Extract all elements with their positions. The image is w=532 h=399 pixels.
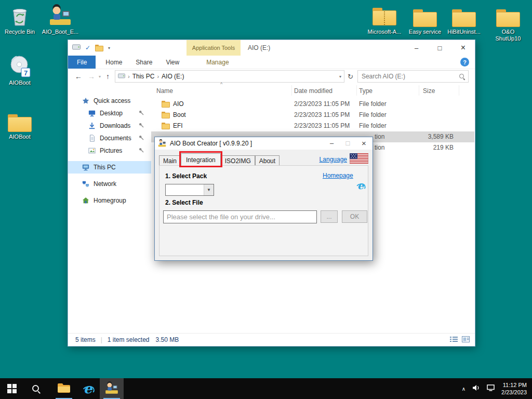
- folder-icon: [8, 108, 32, 132]
- sidebar-item-downloads[interactable]: Downloads: [68, 119, 151, 132]
- minimize-icon: –: [415, 44, 418, 52]
- breadcrumb-drive[interactable]: AIO (E:): [162, 73, 184, 80]
- desktop-icon-hibituninstaller[interactable]: HiBitUninst...: [444, 3, 484, 35]
- tab-integration[interactable]: Integration: [181, 153, 221, 166]
- details-view-icon[interactable]: [450, 336, 458, 344]
- chevron-down-icon[interactable]: ▾: [339, 74, 341, 79]
- us-flag-icon[interactable]: [350, 153, 368, 165]
- desktop-icon-recycle-bin[interactable]: Recycle Bin: [0, 3, 39, 35]
- file-row-efi[interactable]: EFI 2/23/2023 11:05 PM File folder: [151, 121, 474, 131]
- sidebar-item-desktop[interactable]: Desktop: [68, 107, 151, 119]
- column-header-size[interactable]: Size: [423, 87, 435, 95]
- desktop-icon-aioboot-folder[interactable]: AIOBoot: [0, 108, 39, 140]
- up-icon[interactable]: ↑: [106, 72, 110, 81]
- search-input[interactable]: [361, 72, 459, 81]
- pack-select-dropdown[interactable]: ▼: [165, 184, 214, 196]
- taskbar-clock[interactable]: 11:12 PM 2/23/2023: [501, 381, 527, 396]
- file-path-input[interactable]: [164, 211, 316, 223]
- file-size: 219 KB: [388, 144, 454, 151]
- customize-toolbar-icon[interactable]: ▾: [108, 46, 110, 50]
- file-name: Boot: [173, 111, 186, 118]
- tray-chevron-up-icon[interactable]: ∧: [462, 386, 466, 392]
- taskbar-search-button[interactable]: [24, 378, 48, 399]
- tab-file[interactable]: File: [68, 56, 96, 69]
- network-display-icon[interactable]: [487, 384, 495, 393]
- column-header-date[interactable]: Date modified: [294, 87, 332, 95]
- tab-about[interactable]: About: [255, 155, 280, 166]
- sidebar-item-network[interactable]: Network: [68, 178, 151, 190]
- search-icon[interactable]: [459, 73, 466, 80]
- desktop-icon-label: HiBitUninst...: [447, 29, 481, 35]
- address-bar[interactable]: › This PC › AIO (E:) ▾: [115, 70, 344, 83]
- window-controls: – □ ×: [405, 40, 475, 56]
- column-divider[interactable]: [291, 85, 292, 96]
- drive-icon: [72, 44, 81, 51]
- refresh-icon[interactable]: ↻: [348, 73, 353, 81]
- desktop-icon-aioboot-disc[interactable]: 7 AIOBoot: [0, 54, 39, 86]
- pin-icon: [139, 147, 144, 154]
- folder-icon: [452, 3, 476, 27]
- forward-icon[interactable]: →: [88, 72, 95, 81]
- tab-share[interactable]: Share: [129, 56, 159, 69]
- navigation-pane: Quick access Desktop Downloads Documents…: [68, 83, 151, 334]
- picture-icon: [88, 147, 96, 154]
- clock-date: 2/23/2023: [501, 389, 527, 396]
- desktop-icon-aio-boot-app[interactable]: AIO_Boot_E...: [41, 3, 80, 35]
- desktop-icon-label: AIOBoot: [9, 134, 31, 140]
- sidebar-item-documents[interactable]: Documents: [68, 132, 151, 144]
- recent-locations-icon[interactable]: ▾: [99, 74, 101, 79]
- tab-view[interactable]: View: [159, 56, 186, 69]
- dialog-tabs: Main Integration ISO2IMG About Language: [159, 154, 368, 166]
- column-header-name[interactable]: Name: [156, 87, 173, 95]
- sidebar-item-pictures[interactable]: Pictures: [68, 144, 151, 157]
- application-tools-tab[interactable]: Application Tools: [187, 40, 241, 56]
- explorer-titlebar: ✓ ▾ Application Tools AIO (E:) – □ ×: [68, 40, 475, 56]
- tab-iso2img[interactable]: ISO2IMG: [221, 155, 255, 166]
- file-name: EFI: [173, 122, 183, 129]
- desktop-icon-oo-shutup10[interactable]: O&O ShutUp10: [487, 3, 529, 42]
- breadcrumb-this-pc[interactable]: This PC: [132, 73, 155, 80]
- file-type: tion: [375, 133, 384, 140]
- ok-button[interactable]: OK: [342, 210, 367, 223]
- sidebar-item-label: Desktop: [100, 110, 123, 117]
- taskbar-internet-explorer-button[interactable]: e: [76, 378, 100, 399]
- start-button[interactable]: [0, 378, 24, 399]
- minimize-button[interactable]: –: [324, 137, 340, 149]
- tab-manage[interactable]: Manage: [200, 56, 235, 69]
- taskbar-file-explorer-button[interactable]: [52, 378, 76, 399]
- desktop-icon-easy-service[interactable]: Easy service: [405, 3, 445, 35]
- volume-icon[interactable]: [472, 384, 480, 393]
- file-path-field: [163, 210, 317, 223]
- help-icon[interactable]: ?: [460, 58, 469, 66]
- column-divider[interactable]: [356, 85, 357, 96]
- close-icon: ×: [362, 139, 366, 148]
- file-type: File folder: [359, 100, 387, 108]
- new-folder-icon[interactable]: [95, 45, 103, 51]
- language-link[interactable]: Language: [320, 156, 347, 163]
- desktop-icon-microsoft-zip[interactable]: Microsoft-A...: [365, 3, 404, 35]
- browse-button[interactable]: ...: [321, 210, 338, 223]
- properties-icon[interactable]: ✓: [85, 44, 90, 51]
- sidebar-item-quick-access[interactable]: Quick access: [68, 95, 151, 107]
- column-divider[interactable]: [419, 85, 419, 96]
- file-row-boot[interactable]: Boot 2/23/2023 11:05 PM File folder: [151, 110, 474, 121]
- maximize-icon: □: [438, 44, 442, 52]
- sidebar-item-this-pc[interactable]: This PC: [68, 161, 151, 174]
- thumbnails-view-icon[interactable]: [462, 336, 470, 344]
- tab-home[interactable]: Home: [99, 56, 129, 69]
- back-icon[interactable]: ←: [75, 72, 82, 81]
- folder-icon: [496, 3, 520, 27]
- sidebar-item-homegroup[interactable]: Homegroup: [68, 194, 151, 207]
- maximize-button[interactable]: □: [340, 137, 356, 149]
- aio-boot-app-icon: [158, 139, 166, 148]
- close-button[interactable]: ×: [356, 137, 372, 149]
- tab-main[interactable]: Main: [159, 155, 181, 166]
- column-header-type[interactable]: Type: [359, 87, 373, 95]
- minimize-button[interactable]: –: [405, 40, 428, 56]
- close-button[interactable]: ×: [451, 40, 475, 56]
- homepage-link[interactable]: Homepage: [323, 172, 353, 179]
- column-divider[interactable]: [459, 85, 459, 96]
- maximize-button[interactable]: □: [428, 40, 451, 56]
- file-row-aio[interactable]: AIO 2/23/2023 11:05 PM File folder: [151, 99, 474, 110]
- taskbar-aio-boot-button[interactable]: [100, 378, 124, 399]
